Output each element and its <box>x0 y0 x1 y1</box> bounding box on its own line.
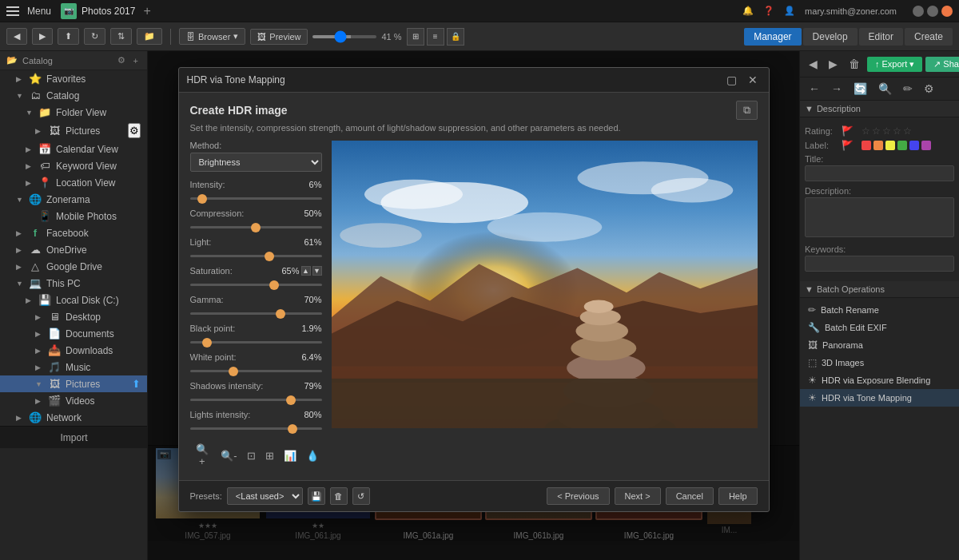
new-tab-btn[interactable]: + <box>143 4 150 18</box>
label-color-orange[interactable] <box>873 141 883 150</box>
hdr-exposure-btn[interactable]: ☀ HDR via Exposure Blending <box>800 371 959 389</box>
eyedropper-btn[interactable]: 💧 <box>303 448 322 463</box>
rp-delete-btn[interactable]: 🗑 <box>845 56 864 72</box>
maximize-btn[interactable] <box>927 6 938 17</box>
browser-btn[interactable]: 🗄 Browser ▾ <box>179 28 245 45</box>
compression-slider[interactable] <box>190 226 322 228</box>
close-btn[interactable] <box>941 6 953 17</box>
create-tab[interactable]: Create <box>905 28 953 46</box>
sidebar-item-facebook[interactable]: ▶ f Facebook <box>0 224 147 241</box>
rp-tool2[interactable]: → <box>827 81 846 97</box>
star-4[interactable]: ☆ <box>893 125 901 137</box>
sidebar-item-videos[interactable]: ▶ 🎬 Videos <box>0 392 147 409</box>
star-1[interactable]: ☆ <box>862 125 870 137</box>
sidebar-item-network[interactable]: ▶ 🌐 Network <box>0 409 147 426</box>
lock-btn[interactable]: 🔒 <box>447 28 464 46</box>
method-select[interactable]: Brightness <box>190 153 322 172</box>
hdr-tone-btn[interactable]: ☀ HDR via Tone Mapping <box>800 389 959 407</box>
sidebar-item-mobile-photos[interactable]: 📱 Mobile Photos <box>0 208 147 224</box>
star-5[interactable]: ☆ <box>903 125 912 137</box>
zoom-in-btn[interactable]: 🔍+ <box>190 442 215 469</box>
intensity-slider[interactable] <box>190 197 322 200</box>
white-point-slider[interactable] <box>190 370 322 372</box>
label-color-green[interactable] <box>897 141 907 150</box>
star-2[interactable]: ☆ <box>872 125 881 137</box>
star-3[interactable]: ☆ <box>882 125 891 137</box>
fit-btn[interactable]: ⊡ <box>244 448 259 463</box>
rp-tool4[interactable]: 🔍 <box>874 81 896 97</box>
help-icon[interactable]: ❓ <box>763 6 774 16</box>
label-color-purple[interactable] <box>921 141 931 150</box>
rp-back-btn[interactable]: ◀ <box>805 56 822 72</box>
description-section-header[interactable]: ▼ Description <box>800 101 959 117</box>
sidebar-item-google-drive[interactable]: ▶ △ Google Drive <box>0 258 147 275</box>
dialog-cancel-btn[interactable]: Cancel <box>666 487 714 505</box>
preview-btn[interactable]: 🖼 Preview <box>250 29 308 45</box>
sidebar-item-pictures[interactable]: ▶ 🖼 Pictures ⚙ <box>0 121 147 141</box>
reset-preset-btn[interactable]: ↺ <box>352 487 370 505</box>
lights-slider[interactable] <box>190 427 322 430</box>
zoom-out-btn[interactable]: 🔍- <box>217 448 240 463</box>
notification-icon[interactable]: 🔔 <box>742 6 754 16</box>
histogram-btn[interactable]: 📊 <box>281 448 300 463</box>
sidebar-item-documents[interactable]: ▶ 📄 Documents <box>0 325 147 342</box>
presets-select[interactable]: <Last used> <box>227 487 303 505</box>
rating-stars[interactable]: ☆ ☆ ☆ ☆ ☆ <box>862 125 912 137</box>
delete-preset-btn[interactable]: 🗑 <box>330 487 348 505</box>
rp-forward-btn[interactable]: ▶ <box>825 56 842 72</box>
sidebar-item-this-pc[interactable]: ▼ 💻 This PC <box>0 275 147 292</box>
develop-tab[interactable]: Develop <box>803 28 858 46</box>
light-slider[interactable] <box>190 255 322 257</box>
title-input[interactable] <box>805 165 954 181</box>
sidebar-item-desktop[interactable]: ▶ 🖥 Desktop <box>0 308 147 325</box>
dialog-help-btn[interactable]: Help <box>718 487 758 505</box>
batch-rename-btn[interactable]: ✏ Batch Rename <box>800 301 959 319</box>
description-textarea[interactable] <box>805 197 954 237</box>
manager-tab[interactable]: Manager <box>744 28 801 46</box>
batch-ops-section-header[interactable]: ▼ Batch Operations <box>800 281 959 298</box>
gamma-slider[interactable] <box>190 312 322 315</box>
zoom-slider[interactable] <box>312 35 376 38</box>
sidebar-item-folder-view[interactable]: ▼ 📁 Folder View <box>0 104 147 121</box>
sidebar-item-onedrive[interactable]: ▶ ☁ OneDrive <box>0 241 147 258</box>
hamburger-icon[interactable] <box>6 3 22 19</box>
sidebar-item-favorites[interactable]: ▶ ⭐ Favorites <box>0 70 147 87</box>
save-preset-btn[interactable]: 💾 <box>308 487 325 505</box>
user-icon[interactable]: 👤 <box>784 6 795 16</box>
label-color-red[interactable] <box>862 141 871 150</box>
saturation-slider[interactable] <box>190 284 322 286</box>
grid-view-btn[interactable]: ⊞ <box>407 28 424 46</box>
3d-images-btn[interactable]: ⬚ 3D Images <box>800 354 959 371</box>
export-btn[interactable]: ↑ Export ▾ <box>867 57 922 72</box>
sidebar-item-catalog[interactable]: ▼ 🗂 Catalog <box>0 87 147 104</box>
catalog-settings-btn[interactable]: ⚙ <box>115 54 128 66</box>
shadows-slider[interactable] <box>190 399 322 401</box>
label-color-yellow[interactable] <box>885 141 895 150</box>
folder-up-btn[interactable]: ⬆ <box>58 28 79 45</box>
sidebar-item-location-view[interactable]: ▶ 📍 Location View <box>0 174 147 191</box>
keywords-input[interactable] <box>805 256 954 272</box>
share-btn[interactable]: ↗ Share <box>925 57 959 72</box>
refresh-btn[interactable]: ↻ <box>84 28 105 45</box>
forward-btn[interactable]: ▶ <box>32 28 53 45</box>
black-point-slider[interactable] <box>190 341 322 344</box>
sidebar-item-calendar-view[interactable]: ▶ 📅 Calendar View <box>0 141 147 157</box>
dialog-copy-btn[interactable]: ⧉ <box>736 101 758 120</box>
batch-edit-exif-btn[interactable]: 🔧 Batch Edit EXIF <box>800 319 959 336</box>
dialog-maximize-btn[interactable]: ▢ <box>723 73 740 87</box>
rp-tool3[interactable]: 🔄 <box>850 81 871 97</box>
prev-btn[interactable]: < Previous <box>547 487 609 505</box>
import-btn[interactable]: Import <box>0 426 148 448</box>
sidebar-item-downloads[interactable]: ▶ 📥 Downloads <box>0 342 147 359</box>
sidebar-item-music[interactable]: ▶ 🎵 Music <box>0 359 147 375</box>
menu-label[interactable]: Menu <box>27 6 51 17</box>
sidebar-item-local-disk[interactable]: ▶ 💾 Local Disk (C:) <box>0 292 147 308</box>
sort-btn[interactable]: ⇅ <box>110 28 132 45</box>
panorama-btn[interactable]: 🖼 Panorama <box>800 336 959 354</box>
saturation-down-btn[interactable]: ▼ <box>312 266 322 276</box>
next-btn[interactable]: Next > <box>615 487 661 505</box>
minimize-btn[interactable] <box>913 6 924 17</box>
path-btn[interactable]: 📁 <box>137 28 162 45</box>
rp-tool5[interactable]: ✏ <box>899 81 917 97</box>
sidebar-item-zonerama[interactable]: ▼ 🌐 Zonerama <box>0 191 147 208</box>
